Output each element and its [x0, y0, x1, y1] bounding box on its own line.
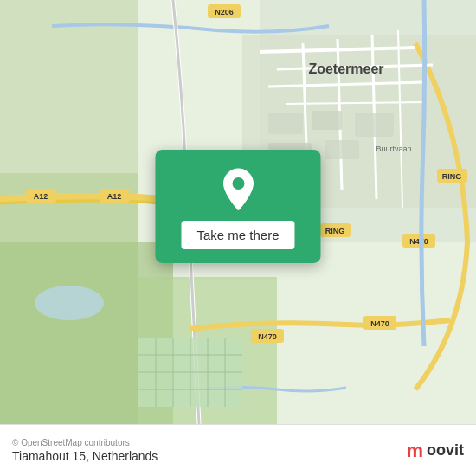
svg-rect-26: [312, 111, 342, 130]
footer: © OpenStreetMap contributors Tiamahout 1…: [0, 424, 476, 476]
svg-text:A12: A12: [34, 192, 48, 201]
svg-text:N470: N470: [258, 332, 277, 341]
address-text: Tiamahout 15, Netherlands: [12, 449, 158, 463]
svg-text:N470: N470: [409, 237, 428, 246]
svg-text:N470: N470: [370, 319, 389, 328]
svg-rect-25: [268, 113, 303, 134]
svg-rect-29: [325, 140, 359, 159]
attribution-text: © OpenStreetMap contributors: [12, 438, 158, 447]
footer-left: © OpenStreetMap contributors Tiamahout 1…: [12, 438, 158, 463]
moovit-text: oovit: [427, 441, 464, 460]
map-container: A12 A12 N206 N470 N470 RING RING N470: [0, 0, 476, 424]
card-overlay: Take me there: [155, 150, 320, 263]
take-me-there-button[interactable]: Take me there: [181, 221, 294, 249]
svg-text:RING: RING: [442, 172, 462, 181]
svg-text:N206: N206: [215, 8, 234, 16]
moovit-m-icon: m: [406, 440, 423, 462]
location-pin-icon: [219, 167, 257, 212]
moovit-logo: m oovit: [406, 440, 464, 462]
svg-text:Zoetermeer: Zoetermeer: [308, 61, 383, 76]
svg-point-30: [35, 286, 104, 320]
svg-point-40: [232, 177, 244, 190]
svg-text:Buurtvaan: Buurtvaan: [376, 145, 411, 153]
svg-text:A12: A12: [107, 192, 122, 201]
svg-text:RING: RING: [325, 227, 345, 235]
svg-rect-27: [355, 113, 394, 137]
